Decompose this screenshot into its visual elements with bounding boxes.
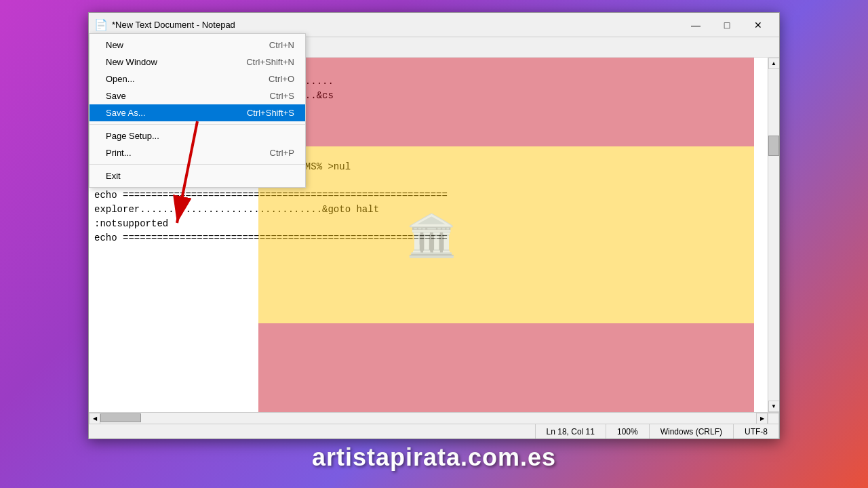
menu-save-as-label: Save As... [106,108,146,118]
menu-new-label: New [106,40,123,50]
scroll-down-arrow[interactable]: ▼ [768,401,780,412]
scroll-left-arrow[interactable]: ◀ [89,413,100,424]
scroll-track-h[interactable] [100,413,756,424]
menu-save-shortcut: Ctrl+S [270,91,294,101]
menu-exit-label: Exit [106,171,121,181]
title-controls: — □ ✕ [680,14,774,36]
menu-exit[interactable]: Exit [90,167,305,184]
menu-open[interactable]: Open... Ctrl+O [90,70,305,87]
status-line-ending: Windows (CRLF) [650,424,734,439]
horizontal-scrollbar[interactable]: ◀ ▶ [89,412,779,424]
menu-new-window-shortcut: Ctrl+Shift+N [246,57,294,67]
status-encoding: UTF-8 [734,424,779,439]
menu-new[interactable]: New Ctrl+N [90,37,305,54]
vertical-scrollbar[interactable]: ▲ ▼ [768,58,779,412]
menu-page-setup[interactable]: Page Setup... [90,127,305,144]
window-icon: 📄 [94,18,108,32]
branding-bar: artistapirata.com.es [312,439,556,476]
menu-save-as-shortcut: Ctrl+Shift+S [247,108,294,118]
window-title: *New Text Document - Notepad [112,20,680,30]
menu-new-window[interactable]: New Window Ctrl+Shift+N [90,54,305,70]
menu-new-shortcut: Ctrl+N [269,40,294,50]
menu-print[interactable]: Print... Ctrl+P [90,144,305,161]
menu-save[interactable]: Save Ctrl+S [90,87,305,104]
menu-print-label: Print... [106,148,132,158]
flag-red-bottom [258,323,754,412]
text-line-6: echo ===================================… [94,190,448,243]
menu-open-shortcut: Ctrl+O [269,74,294,84]
scroll-thumb-h[interactable] [100,413,141,422]
status-zoom: 100% [606,424,650,439]
menu-open-label: Open... [106,74,135,84]
branding-text: artistapirata.com.es [312,443,556,472]
separator-2 [90,164,305,165]
menu-new-window-label: New Window [106,57,157,67]
separator-1 [90,124,305,125]
minimize-button[interactable]: — [680,14,711,36]
menu-print-shortcut: Ctrl+P [270,148,294,158]
dropdown-menu: New Ctrl+N New Window Ctrl+Shift+N Open.… [89,33,306,188]
menu-page-setup-label: Page Setup... [106,131,159,141]
notepad-window: 📄 *New Text Document - Notepad — □ ✕ Fil… [88,12,780,439]
status-position: Ln 18, Col 11 [536,424,606,439]
status-bar: Ln 18, Col 11 100% Windows (CRLF) UTF-8 [89,424,779,439]
close-button[interactable]: ✕ [743,14,774,36]
file-dropdown: New Ctrl+N New Window Ctrl+Shift+N Open.… [89,33,306,188]
menu-save-as[interactable]: Save As... Ctrl+Shift+S [90,104,305,121]
scroll-corner [768,413,779,424]
scroll-thumb-v[interactable] [768,136,779,156]
maximize-button[interactable]: □ [711,14,743,36]
menu-save-label: Save [106,91,126,101]
scroll-up-arrow[interactable]: ▲ [768,58,780,69]
scroll-track-v[interactable] [768,69,779,401]
status-empty [89,424,536,439]
scroll-right-arrow[interactable]: ▶ [756,413,768,424]
